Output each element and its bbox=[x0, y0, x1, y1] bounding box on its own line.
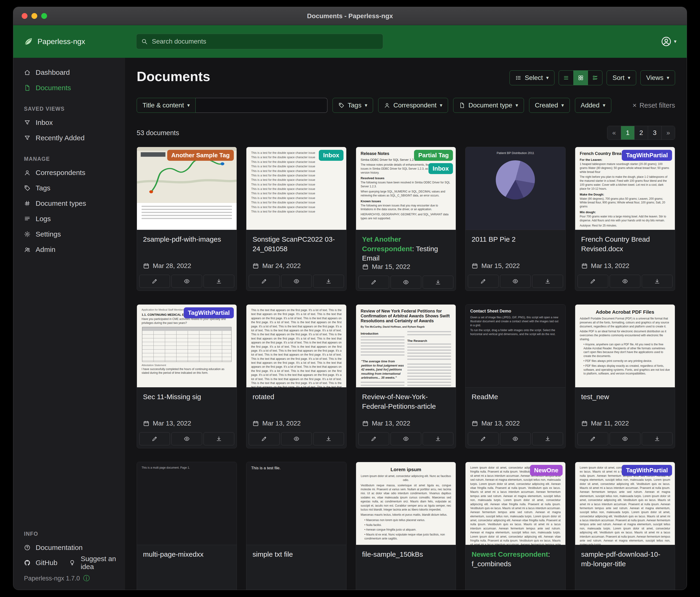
document-title[interactable]: French Country Bread Revised.docx bbox=[581, 235, 669, 254]
tags-filter-button[interactable]: Tags ▾ bbox=[332, 98, 373, 113]
document-thumbnail[interactable]: Lorem ipsum dolor sit amet, consectetur … bbox=[466, 462, 565, 545]
document-card[interactable]: French Country BreadFor the Leaven:1 hea… bbox=[575, 147, 675, 291]
document-title[interactable]: 2011 BP Pie 2 bbox=[472, 235, 559, 244]
document-card[interactable]: Adobe Acrobat PDF FilesAdobe® Portable D… bbox=[575, 304, 675, 448]
reset-filters-button[interactable]: × Reset filters bbox=[632, 101, 675, 109]
document-card[interactable]: This is a test file. simple txt file bbox=[246, 462, 346, 590]
pagination-page-button[interactable]: 2 bbox=[634, 126, 648, 140]
select-button[interactable]: Select ▾ bbox=[509, 70, 554, 85]
document-title[interactable]: file-sample_150kBs bbox=[362, 550, 450, 559]
view-button[interactable] bbox=[171, 275, 202, 288]
document-thumbnail[interactable]: Application for Medical Staff Membership… bbox=[137, 305, 236, 387]
sidebar-item-settings[interactable]: Settings bbox=[13, 226, 125, 242]
edit-button[interactable] bbox=[468, 275, 499, 288]
download-button[interactable] bbox=[203, 432, 234, 445]
document-thumbnail[interactable]: Another Sample Tag bbox=[137, 147, 236, 230]
document-card[interactable]: Release NotesSimba ODBC Driver for SQL S… bbox=[356, 147, 456, 291]
document-thumbnail[interactable]: Review of New York Federal Petitions for… bbox=[356, 305, 456, 387]
sidebar-item-document-types[interactable]: Document types bbox=[13, 196, 125, 211]
view-button[interactable] bbox=[610, 432, 641, 445]
sidebar-item-inbox[interactable]: Inbox bbox=[13, 115, 125, 130]
document-title[interactable]: rotated bbox=[252, 392, 340, 402]
document-title[interactable]: 2sample-pdf-with-images bbox=[143, 235, 230, 244]
title-content-input[interactable] bbox=[196, 98, 327, 113]
document-card[interactable]: Contact Sheet DemoGiven a set of image f… bbox=[465, 304, 566, 448]
close-button[interactable] bbox=[22, 13, 27, 19]
download-button[interactable] bbox=[642, 432, 673, 445]
tag-badge[interactable]: Inbox bbox=[428, 163, 453, 174]
document-title[interactable]: simple txt file bbox=[252, 550, 340, 559]
edit-button[interactable] bbox=[468, 432, 499, 445]
tag-badge[interactable]: NewOne bbox=[530, 465, 562, 476]
document-title[interactable]: sample-pdf-download-10-mb-longer-title bbox=[581, 550, 669, 569]
document-card[interactable]: This is a multi page document. Page 1. m… bbox=[137, 462, 237, 590]
edit-button[interactable] bbox=[249, 275, 279, 288]
document-card[interactable]: Review of New York Federal Petitions for… bbox=[356, 304, 456, 448]
tag-badge[interactable]: TagWithPartial bbox=[622, 150, 672, 161]
document-title[interactable]: test_new bbox=[581, 392, 669, 402]
edit-button[interactable] bbox=[139, 275, 170, 288]
document-correspondent[interactable]: Yet Another Correspondent bbox=[362, 235, 412, 253]
document-thumbnail[interactable]: Lorem ipsum dolor sit amet, consectetur … bbox=[575, 462, 675, 545]
document-title[interactable]: Sonstige ScanPC2022 03-24_081058 bbox=[252, 235, 340, 254]
document-correspondent[interactable]: Newest Correspondent bbox=[472, 550, 548, 558]
tag-badge[interactable]: TagWithPartial bbox=[184, 307, 234, 318]
document-thumbnail[interactable]: Lorem ipsumLorem ipsum dolor sit amet, c… bbox=[356, 462, 456, 545]
document-card[interactable]: Patient BP Distribution 2011 2011 BP Pie… bbox=[465, 147, 566, 291]
tag-badge[interactable]: Partial Tag bbox=[414, 150, 453, 161]
pagination-page-button[interactable]: 1 bbox=[621, 126, 634, 140]
view-button[interactable] bbox=[281, 275, 312, 288]
document-card[interactable]: Lorem ipsum dolor sit amet, consectetur … bbox=[465, 462, 566, 590]
document-title[interactable]: Newest Correspondent: f_combineds bbox=[472, 550, 559, 569]
sort-button[interactable]: Sort ▾ bbox=[607, 70, 636, 85]
sidebar-item-correspondents[interactable]: Correspondents bbox=[13, 165, 125, 181]
sidebar-item-documents[interactable]: Documents bbox=[13, 80, 125, 96]
edit-button[interactable] bbox=[358, 276, 389, 289]
sidebar-item-recently-added[interactable]: Recently Added bbox=[13, 130, 125, 146]
pagination-next-button[interactable]: » bbox=[661, 126, 675, 140]
document-card[interactable]: This is the text that appears on the fir… bbox=[246, 304, 346, 448]
minimize-button[interactable] bbox=[31, 13, 37, 19]
document-thumbnail[interactable]: This is a multi page document. Page 1. bbox=[137, 462, 236, 545]
document-card[interactable]: This is a test for the double space char… bbox=[246, 147, 346, 291]
download-button[interactable] bbox=[423, 276, 453, 289]
download-button[interactable] bbox=[313, 275, 344, 288]
edit-button[interactable] bbox=[577, 275, 608, 288]
sidebar-item-tags[interactable]: Tags bbox=[13, 181, 125, 196]
document-title[interactable]: Yet Another Correspondent: Testing Email bbox=[362, 235, 450, 263]
edit-button[interactable] bbox=[358, 432, 389, 445]
brand[interactable]: Paperless-ngx bbox=[13, 37, 125, 46]
document-title[interactable]: Sec 11-Missing sig bbox=[143, 392, 230, 402]
sidebar-item-github[interactable]: GitHub bbox=[24, 559, 57, 567]
view-button[interactable] bbox=[500, 275, 531, 288]
edit-button[interactable] bbox=[577, 432, 608, 445]
zoom-button[interactable] bbox=[41, 13, 47, 19]
global-search-input[interactable] bbox=[151, 38, 378, 45]
sidebar-item-logs[interactable]: Logs bbox=[13, 211, 125, 226]
view-button[interactable] bbox=[391, 432, 421, 445]
document-thumbnail[interactable]: This is a test for the double space char… bbox=[246, 147, 346, 230]
download-button[interactable] bbox=[423, 432, 453, 445]
document-thumbnail[interactable]: Release NotesSimba ODBC Driver for SQL S… bbox=[356, 147, 456, 230]
pagination-prev-button[interactable]: « bbox=[607, 126, 621, 140]
document-title[interactable]: multi-page-mixedxx bbox=[143, 550, 230, 559]
document-thumbnail[interactable]: This is a test file. bbox=[246, 462, 346, 545]
download-button[interactable] bbox=[532, 432, 563, 445]
edit-button[interactable] bbox=[139, 432, 170, 445]
created-filter-button[interactable]: Created ▾ bbox=[529, 98, 570, 113]
download-button[interactable] bbox=[642, 275, 673, 288]
document-title[interactable]: Review-of-New-York-Federal-Petitions-art… bbox=[362, 392, 450, 411]
sidebar-item-admin[interactable]: Admin bbox=[13, 242, 125, 257]
download-button[interactable] bbox=[313, 432, 344, 445]
view-grid-button[interactable] bbox=[573, 71, 588, 85]
document-card[interactable]: Another Sample Tag 2sample-pdf-with-imag… bbox=[137, 147, 237, 291]
tag-badge[interactable]: Another Sample Tag bbox=[167, 150, 234, 161]
document-type-filter-button[interactable]: Document type ▾ bbox=[453, 98, 524, 113]
view-button[interactable] bbox=[171, 432, 202, 445]
sidebar-item-dashboard[interactable]: Dashboard bbox=[13, 65, 125, 80]
tag-badge[interactable]: TagWithPartial bbox=[622, 465, 672, 476]
view-button[interactable] bbox=[281, 432, 312, 445]
added-filter-button[interactable]: Added ▾ bbox=[575, 98, 611, 113]
views-button[interactable]: Views ▾ bbox=[641, 70, 675, 85]
title-content-dropdown[interactable]: Title & content ▾ bbox=[137, 98, 196, 113]
